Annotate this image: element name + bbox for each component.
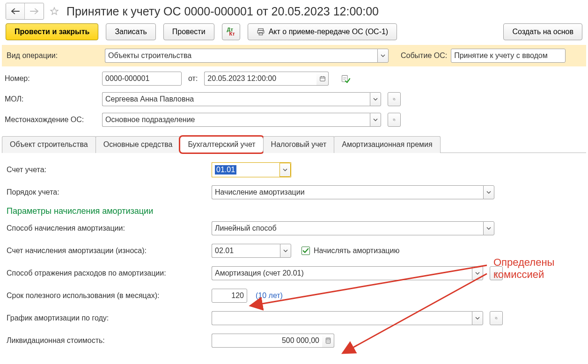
do-depr-label: Начислять амортизацию <box>314 247 399 255</box>
svg-rect-11 <box>327 339 330 340</box>
depr-account-dropdown-button[interactable] <box>280 244 291 258</box>
chevron-down-icon <box>381 54 385 57</box>
svg-point-14 <box>329 341 329 341</box>
order-input[interactable]: Начисление амортизации <box>212 185 483 199</box>
depr-section-heading: Параметры начисления амортизации <box>7 206 581 216</box>
salvage-label: Ликвидационная стоимость: <box>7 336 208 345</box>
chevron-down-icon <box>486 191 491 194</box>
svg-rect-2 <box>259 33 263 35</box>
location-label: Местонахождение ОС: <box>5 116 98 124</box>
location-input[interactable]: Основное подразделение <box>102 113 370 127</box>
account-dropdown-button[interactable] <box>279 163 291 177</box>
calendar-icon <box>319 75 326 82</box>
op-type-input[interactable]: Объекты строительства <box>105 49 377 63</box>
svg-point-17 <box>329 342 329 342</box>
arrow-right-icon <box>30 8 38 15</box>
chevron-down-icon <box>373 98 378 101</box>
open-external-icon <box>392 98 397 101</box>
chevron-down-icon <box>283 249 288 252</box>
open-external-icon <box>494 317 499 320</box>
open-external-icon <box>392 118 397 121</box>
op-type-label: Вид операции: <box>7 51 100 60</box>
calculator-icon <box>325 337 331 344</box>
order-dropdown-button[interactable] <box>483 185 494 199</box>
checkbox-icon <box>301 247 310 255</box>
method-dropdown-button[interactable] <box>483 221 494 235</box>
svg-point-12 <box>327 341 327 341</box>
schedule-label: График амортизации по году: <box>7 314 208 322</box>
event-input[interactable]: Принятие к учету с вводом <box>451 49 566 63</box>
schedule-open-button[interactable] <box>490 311 503 325</box>
depr-account-input[interactable]: 02.01 <box>212 244 280 258</box>
life-hint: (10 лет) <box>256 291 283 300</box>
create-based-button[interactable]: Создать на основ <box>503 23 582 40</box>
chevron-down-icon <box>475 272 480 275</box>
order-label: Порядок учета: <box>7 188 208 197</box>
account-label: Счет учета: <box>7 166 208 174</box>
posted-status-icon <box>341 74 350 83</box>
post-button[interactable]: Провести <box>163 23 214 40</box>
svg-point-3 <box>262 31 263 32</box>
arrow-left-icon <box>11 8 20 15</box>
expense-label: Способ отражения расходов по амортизации… <box>7 269 208 277</box>
expense-dropdown-button[interactable] <box>472 266 483 280</box>
location-dropdown-button[interactable] <box>370 113 381 127</box>
write-button[interactable]: Записать <box>106 23 155 40</box>
svg-point-15 <box>327 342 327 342</box>
chevron-down-icon <box>283 168 287 171</box>
annotation-label: Определены комиссией <box>493 256 587 281</box>
event-label: Событие ОС: <box>401 51 447 60</box>
tabs: Объект строительства Основные средства Б… <box>2 136 586 153</box>
post-and-close-button[interactable]: Провести и закрыть <box>6 23 98 40</box>
nav-back-button[interactable] <box>6 3 25 19</box>
depr-account-label: Счет начисления амортизации (износа): <box>7 247 208 255</box>
mol-label: МОЛ: <box>5 95 98 103</box>
favorite-button[interactable] <box>47 4 62 19</box>
tab-tax-accounting[interactable]: Налоговый учет <box>263 136 335 153</box>
date-label: от: <box>188 74 198 83</box>
method-label: Способ начисления амортизации: <box>7 224 208 233</box>
svg-point-16 <box>328 342 328 342</box>
nav-forward-button[interactable] <box>25 3 44 19</box>
method-input[interactable]: Линейный способ <box>212 221 483 235</box>
star-icon <box>50 5 59 17</box>
tab-depr-premium[interactable]: Амортизационная премия <box>334 136 440 153</box>
chevron-down-icon <box>373 118 378 121</box>
expense-input[interactable]: Амортизация (счет 20.01) <box>212 266 472 280</box>
chevron-down-icon <box>486 227 491 230</box>
svg-rect-1 <box>257 30 264 33</box>
account-input[interactable]: 01.01 <box>212 163 279 177</box>
tab-construction-object[interactable]: Объект строительства <box>2 136 96 153</box>
life-input[interactable]: 120 <box>212 289 247 303</box>
date-calendar-button[interactable] <box>316 72 329 86</box>
salvage-calc-button[interactable] <box>322 334 334 348</box>
page-title: Принятие к учету ОС 0000-000001 от 20.05… <box>66 5 379 18</box>
salvage-input[interactable]: 500 000,00 <box>212 334 322 348</box>
mol-input[interactable]: Сергеева Анна Павловна <box>102 92 370 106</box>
mol-dropdown-button[interactable] <box>370 92 381 106</box>
op-type-dropdown-button[interactable] <box>377 49 389 63</box>
chevron-down-icon <box>475 317 480 320</box>
location-open-button[interactable] <box>388 113 401 127</box>
print-act-label: Акт о приеме-передаче ОС (ОС-1) <box>269 28 389 36</box>
print-act-button[interactable]: Акт о приеме-передаче ОС (ОС-1) <box>248 23 397 40</box>
life-label: Срок полезного использования (в месяцах)… <box>7 291 208 300</box>
dtkt-icon: ДтКт <box>227 28 235 36</box>
tab-accounting[interactable]: Бухгалтерский учет <box>180 136 263 153</box>
number-input[interactable]: 0000-000001 <box>102 72 182 86</box>
date-input[interactable]: 20.05.2023 12:00:00 <box>204 72 316 86</box>
tab-fixed-assets[interactable]: Основные средства <box>96 136 181 153</box>
svg-rect-4 <box>320 77 325 81</box>
printer-icon <box>257 28 265 36</box>
do-depr-checkbox[interactable]: Начислять амортизацию <box>301 247 399 255</box>
svg-point-13 <box>328 341 328 341</box>
schedule-input[interactable] <box>212 311 472 325</box>
mol-open-button[interactable] <box>388 92 401 106</box>
schedule-dropdown-button[interactable] <box>472 311 483 325</box>
number-label: Номер: <box>5 74 98 83</box>
dtkt-button[interactable]: ДтКт <box>222 23 240 40</box>
